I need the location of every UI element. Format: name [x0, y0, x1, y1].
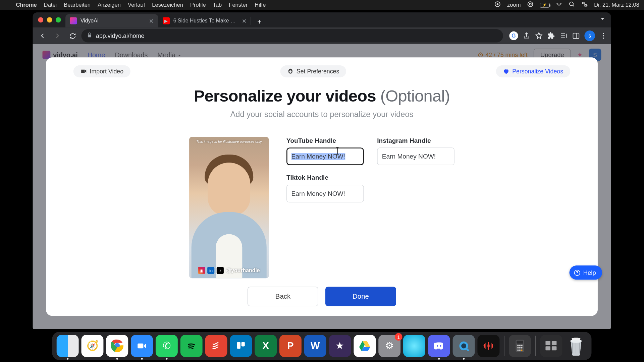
- menu-lesezeichen[interactable]: Lesezeichen: [152, 2, 183, 8]
- extensions-icon[interactable]: [547, 32, 555, 40]
- dock-imovie[interactable]: ★: [329, 335, 351, 357]
- instagram-icon: ◉: [198, 267, 205, 274]
- tab-youtube[interactable]: ▶ 6 Side Hustles To Make $1000 ✕: [158, 14, 251, 27]
- svg-rect-18: [237, 342, 240, 349]
- personalize-modal: Import Video Set Preferences Personalize…: [46, 57, 598, 316]
- control-center-icon[interactable]: [581, 1, 588, 9]
- dock-todoist[interactable]: [205, 335, 227, 357]
- dock-settings[interactable]: ⚙1: [378, 335, 400, 357]
- modal-footer: Back Done: [56, 279, 588, 316]
- youtube-input[interactable]: [286, 147, 364, 165]
- dock-word[interactable]: W: [304, 335, 326, 357]
- tiktok-icon: ♪: [217, 267, 224, 274]
- tab-active[interactable]: VidyoAI ✕: [65, 14, 158, 27]
- dock-excel[interactable]: X: [255, 335, 277, 357]
- spotlight-icon[interactable]: [569, 1, 575, 9]
- dock-quicktime[interactable]: [453, 335, 475, 357]
- instagram-label: Instagram Handle: [377, 137, 454, 144]
- tiktok-input[interactable]: [286, 185, 364, 202]
- record-icon[interactable]: [494, 1, 501, 9]
- dock-trello[interactable]: [230, 335, 252, 357]
- browser-toolbar: app.vidyo.ai/home G s: [33, 27, 611, 44]
- step-label: Personalize Videos: [512, 68, 563, 75]
- menu-anzeigen[interactable]: Anzeigen: [98, 2, 121, 8]
- menu-profile[interactable]: Profile: [190, 2, 206, 8]
- wifi-icon[interactable]: [556, 1, 562, 9]
- reading-list-icon[interactable]: [560, 32, 568, 40]
- bookmark-icon[interactable]: [535, 32, 543, 40]
- menu-datei[interactable]: Datei: [44, 2, 57, 8]
- close-icon[interactable]: ✕: [149, 17, 154, 24]
- chrome-window: VidyoAI ✕ ▶ 6 Side Hustles To Make $1000…: [33, 12, 611, 329]
- svg-rect-19: [241, 342, 245, 347]
- dock-finder[interactable]: [57, 335, 79, 357]
- back-button[interactable]: [36, 29, 49, 42]
- screen-record-icon[interactable]: [527, 1, 534, 9]
- step-personalize[interactable]: Personalize Videos: [496, 65, 570, 77]
- dock-zoom[interactable]: [131, 335, 153, 357]
- app-menu[interactable]: Chrome: [16, 2, 37, 8]
- clock[interactable]: Di. 21. März 12:08: [594, 2, 639, 8]
- stepper: Import Video Set Preferences Personalize…: [56, 65, 588, 77]
- svg-point-11: [603, 35, 604, 37]
- preview-illustration: This image is for illustrative purposes …: [189, 137, 269, 279]
- done-button[interactable]: Done: [325, 287, 396, 306]
- dock-whatsapp[interactable]: ✆: [156, 335, 178, 357]
- battery-icon[interactable]: ⚡: [540, 2, 549, 7]
- dock-separator: [504, 336, 504, 356]
- svg-point-23: [461, 344, 466, 349]
- dock-chrome[interactable]: [106, 335, 128, 357]
- menu-tab[interactable]: Tab: [213, 2, 222, 8]
- dock-mission-control[interactable]: [540, 335, 562, 357]
- menu-bearbeiten[interactable]: Bearbeiten: [64, 2, 91, 8]
- svg-point-4: [570, 2, 573, 6]
- dock-spotify[interactable]: [180, 335, 203, 357]
- menu-hilfe[interactable]: Hilfe: [255, 2, 266, 8]
- dock-drive[interactable]: [354, 335, 376, 357]
- dock-discord[interactable]: [428, 335, 450, 357]
- svg-point-30: [519, 347, 521, 349]
- field-tiktok: Tiktok Handle: [286, 174, 364, 202]
- menu-verlauf[interactable]: Verlauf: [128, 2, 145, 8]
- zoom-status[interactable]: zoom: [507, 2, 521, 8]
- svg-point-33: [519, 350, 521, 351]
- tabstrip: VidyoAI ✕ ▶ 6 Side Hustles To Make $1000…: [33, 12, 611, 27]
- svg-point-8: [586, 5, 587, 6]
- tab-overflow-icon[interactable]: [599, 16, 605, 24]
- dock-trash[interactable]: [565, 335, 587, 357]
- tab-title: 6 Side Hustles To Make $1000: [173, 18, 238, 24]
- svg-point-32: [517, 350, 519, 351]
- macos-menubar: Chrome Datei Bearbeiten Anzeigen Verlauf…: [0, 0, 644, 10]
- google-account-icon[interactable]: G: [509, 32, 518, 40]
- window-controls[interactable]: [38, 17, 61, 22]
- dock-app-cyan[interactable]: [403, 335, 425, 357]
- chrome-menu-icon[interactable]: [599, 32, 607, 40]
- instagram-input[interactable]: [377, 147, 454, 165]
- dock-powerpoint[interactable]: P: [279, 335, 302, 357]
- svg-point-21: [440, 345, 441, 347]
- step-import[interactable]: Import Video: [73, 65, 130, 77]
- svg-point-3: [529, 3, 531, 5]
- side-panel-icon[interactable]: [572, 32, 580, 40]
- address-bar[interactable]: app.vidyo.ai/home: [82, 29, 503, 43]
- profile-avatar[interactable]: s: [584, 31, 595, 41]
- forward-button[interactable]: [51, 29, 64, 42]
- dock-voice-memo[interactable]: [477, 335, 499, 357]
- menu-fenster[interactable]: Fenster: [229, 2, 248, 8]
- help-button[interactable]: Help: [570, 265, 602, 280]
- svg-point-26: [517, 345, 519, 346]
- page-viewport: vidyo.ai Home Downloads Media 42 / 75 mi…: [33, 44, 611, 329]
- step-preferences[interactable]: Set Preferences: [280, 65, 346, 77]
- dock-safari[interactable]: 🧭: [82, 335, 104, 357]
- dock-calculator[interactable]: [509, 335, 531, 357]
- reload-button[interactable]: [66, 29, 79, 42]
- svg-rect-37: [545, 346, 550, 350]
- svg-rect-25: [517, 341, 523, 343]
- linkedin-icon: in: [208, 267, 215, 274]
- dock: 🧭 ✆ X P W ★ ⚙1: [52, 332, 592, 360]
- share-icon[interactable]: [523, 32, 531, 40]
- page-title: Personalize your videos (Optional): [194, 87, 450, 106]
- close-icon[interactable]: ✕: [242, 17, 247, 24]
- back-button[interactable]: Back: [248, 287, 318, 306]
- new-tab-button[interactable]: ＋: [254, 16, 265, 27]
